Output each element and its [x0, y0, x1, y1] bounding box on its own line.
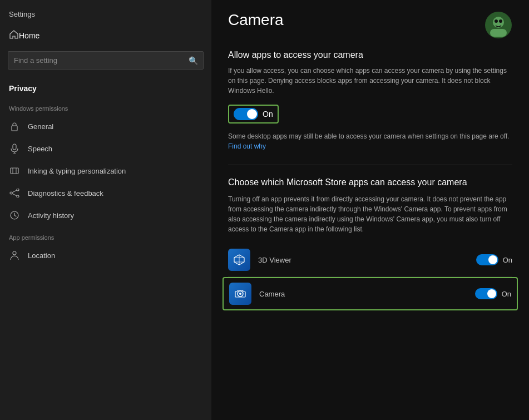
camera-toggle[interactable] — [475, 288, 497, 299]
search-input[interactable] — [8, 51, 204, 70]
camera-app-name: Camera — [259, 290, 475, 298]
windows-permissions-label: Windows permissions — [0, 97, 211, 115]
allow-section-desc: If you allow access, you can choose whic… — [228, 66, 512, 96]
app-item-camera: Camera On — [223, 277, 518, 310]
svg-rect-0 — [12, 126, 17, 131]
sidebar-item-inking[interactable]: Inking & typing personalization — [0, 160, 211, 182]
sidebar: Settings Home 🔍 Privacy Windows permissi… — [0, 0, 211, 420]
choose-section-desc: Turning off an app prevents it from dire… — [228, 194, 512, 234]
3dviewer-name: 3D Viewer — [258, 256, 476, 264]
choose-section-title: Choose which Microsoft Store apps can ac… — [228, 176, 512, 189]
app-item-3dviewer: 3D Viewer On — [228, 243, 512, 277]
svg-point-7 — [17, 189, 19, 191]
allow-note: Some desktop apps may still be able to a… — [228, 131, 512, 151]
speech-label: Speech — [28, 145, 52, 153]
microphone-icon — [9, 143, 20, 154]
svg-point-15 — [493, 17, 504, 28]
allow-toggle-row: On — [228, 105, 512, 123]
svg-point-24 — [239, 293, 241, 295]
sidebar-item-location[interactable]: Location — [0, 244, 211, 266]
app-list: 3D Viewer On Camera On — [228, 243, 512, 310]
allow-toggle-container[interactable]: On — [228, 105, 279, 123]
allow-toggle-label: On — [263, 110, 273, 118]
app-permissions-label: App permissions — [0, 226, 211, 244]
svg-rect-4 — [11, 168, 18, 174]
svg-line-11 — [12, 194, 17, 196]
allow-toggle-switch[interactable] — [234, 108, 258, 120]
home-nav-item[interactable]: Home — [0, 24, 211, 47]
allow-section-title: Allow apps to access your camera — [228, 50, 512, 60]
svg-rect-18 — [490, 29, 507, 37]
sidebar-item-activity[interactable]: Activity history — [0, 204, 211, 226]
camera-toggle-row: On — [475, 288, 511, 299]
privacy-section-label: Privacy — [0, 77, 211, 97]
search-container: 🔍 — [8, 51, 204, 70]
find-out-why-link[interactable]: Find out why — [228, 142, 266, 150]
home-label: Home — [19, 31, 39, 40]
search-icon: 🔍 — [189, 56, 198, 65]
svg-rect-1 — [13, 144, 16, 150]
3dviewer-toggle-label: On — [503, 256, 512, 264]
page-header: Camera — [228, 11, 512, 39]
svg-line-10 — [12, 190, 17, 192]
diagnostics-label: Diagnostics & feedback — [28, 189, 103, 197]
location-label: Location — [28, 251, 55, 260]
svg-point-16 — [495, 19, 498, 23]
sidebar-item-speech[interactable]: Speech — [0, 137, 211, 160]
clock-icon — [9, 210, 20, 221]
section-divider — [228, 165, 512, 165]
svg-point-13 — [13, 251, 16, 255]
sidebar-item-general[interactable]: General — [0, 115, 211, 137]
svg-point-9 — [10, 192, 12, 194]
3dviewer-toggle-row: On — [476, 254, 512, 265]
svg-point-8 — [17, 195, 19, 197]
home-icon — [9, 29, 19, 41]
share-icon — [9, 187, 20, 199]
activity-label: Activity history — [28, 211, 74, 220]
page-title: Camera — [228, 11, 284, 29]
main-content: Camera Allow apps to access your camera … — [211, 0, 529, 420]
inking-label: Inking & typing personalization — [28, 167, 126, 175]
camera-app-icon — [229, 283, 251, 305]
app-title: Settings — [0, 0, 211, 24]
pen-icon — [9, 165, 20, 176]
3dviewer-toggle[interactable] — [476, 254, 498, 265]
camera-toggle-label: On — [502, 290, 511, 298]
lock-icon — [9, 121, 20, 132]
general-label: General — [28, 122, 53, 131]
3dviewer-icon — [228, 249, 250, 271]
cortana-avatar — [484, 11, 512, 39]
sidebar-item-diagnostics[interactable]: Diagnostics & feedback — [0, 182, 211, 204]
svg-point-17 — [499, 19, 502, 23]
person-icon — [9, 250, 20, 261]
